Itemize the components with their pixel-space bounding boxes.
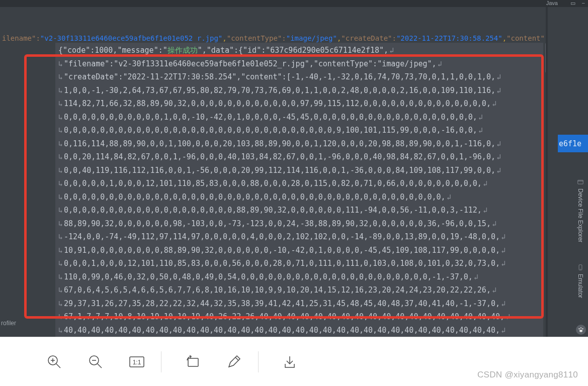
watermark: CSDN @xiyangyang8110 [477, 370, 578, 380]
phone-icon [577, 264, 584, 271]
json-line: 29,37,31,26,27,35,28,22,22,32,44,32,35,3… [58, 297, 538, 311]
json-line: 0,0,0,0,0,1,0,0,0,12,101,110,85,83,0,0,0… [58, 177, 538, 190]
download-button[interactable] [280, 352, 300, 372]
json-line: 110,0,99,0,46,0,32,0,50,0,48,0,49,0,54,0… [58, 270, 538, 284]
rotate-button[interactable] [183, 352, 203, 372]
json-line: -124,0,0,-74,-49,112,97,114,97,0,0,0,0,0… [58, 230, 538, 244]
tab-strip [0, 0, 588, 7]
bc-content-key: "content": [507, 34, 549, 42]
emulator-tab[interactable]: Emulator [576, 264, 585, 298]
bc-filename-val: "v2-30f13311e6460ece59afbe6f1e01e052_r.j… [40, 34, 222, 42]
profiler-tab[interactable]: rofiler [0, 320, 16, 327]
json-line: "filename":"v2-30f13311e6460ece59afbe6f1… [58, 57, 538, 71]
window-controls: ▭ − [565, 0, 585, 7]
bc-ctype-val: "image/jpeg" [286, 34, 337, 42]
json-line: "createDate":"2022-11-22T17:30:58.254","… [58, 70, 538, 84]
json-line: 0,116,114,88,89,90,0,0,1,100,0,0,0,20,10… [58, 137, 538, 151]
edit-button[interactable] [224, 352, 244, 372]
svg-point-6 [579, 330, 582, 332]
zoom-in-icon [47, 354, 62, 369]
json-line: 10,91,0,0,0,0,0,0,0,0,88,89,90,32,0,0,0,… [58, 244, 538, 257]
svg-line-8 [56, 364, 60, 368]
json-line: 0,0,20,114,84,82,67,0,0,1,-96,0,0,0,40,1… [58, 150, 538, 164]
bc-cdate-val: "2022-11-22T17:30:58.254" [396, 34, 502, 42]
paw-icon[interactable] [576, 325, 586, 335]
open-file-tab[interactable]: e6f1e [558, 135, 588, 152]
json-line: 0,0,0,0,0,0,0,0,0,0,0,0,0,0,0,0,0,0,0,0,… [58, 124, 538, 137]
json-line: 0,0,40,119,116,112,116,0,0,1,-56,0,0,0,2… [58, 164, 538, 177]
json-output[interactable]: {"code":1000,"message":"操作成功","data":{"i… [55, 43, 545, 337]
svg-rect-16 [188, 358, 198, 366]
json-line: 67,0,6,4,5,6,5,4,6,6,5,6,7,7,6,8,10,16,1… [58, 283, 538, 297]
bc-filename-key: ilename": [2, 34, 40, 42]
close-icon[interactable]: − [582, 0, 585, 6]
actual-size-icon: 1:1 [128, 354, 145, 369]
download-icon [282, 354, 297, 369]
maximize-icon[interactable]: ▭ [570, 0, 575, 6]
rotate-icon [184, 354, 201, 369]
json-line: 1,0,0,-1,-30,2,64,73,67,67,95,80,82,79,7… [58, 84, 538, 98]
ide-pane: Java ▭ − ilename":"v2-30f13311e6460ece59… [0, 0, 588, 337]
svg-text:1:1: 1:1 [133, 359, 141, 366]
json-line: 88,89,90,32,0,0,0,0,0,0,98,-103,0,0,-73,… [58, 217, 538, 231]
json-line: 40,40,40,40,40,40,40,40,40,40,40,40,40,4… [58, 324, 538, 337]
json-line: 0,0,0,1,0,0,0,12,101,110,85,83,0,0,0,56,… [58, 257, 538, 270]
separator [161, 351, 161, 372]
json-line: 114,82,71,66,32,88,89,90,32,0,0,0,0,0,0,… [58, 97, 538, 111]
app-root: Java ▭ − ilename":"v2-30f13311e6460ece59… [0, 0, 588, 386]
json-line: 0,0,0,0,0,0,0,0,0,0,0,1,0,0,-10,-42,0,1,… [58, 111, 538, 124]
separator [258, 351, 259, 372]
svg-point-4 [580, 327, 581, 328]
svg-point-3 [578, 328, 579, 329]
json-line: 0,0,0,0,0,0,0,0,0,0,0,0,0,0,0,0,0,0,0,88… [58, 204, 538, 217]
image-viewer-toolbar: 1:1 CSDN @xiyangyang8110 [0, 337, 588, 386]
device-file-explorer-tab[interactable]: Device File Explorer [576, 178, 585, 242]
zoom-in-button[interactable] [44, 352, 64, 372]
svg-rect-0 [578, 180, 583, 184]
json-line: 0,0,0,0,0,0,0,0,0,0,0,0,0,0,0,0,0,0,0,0,… [58, 190, 538, 204]
svg-line-12 [98, 364, 102, 368]
actual-size-button[interactable]: 1:1 [127, 352, 147, 372]
bc-cdate-key: "createDate": [341, 34, 396, 42]
svg-line-17 [235, 357, 238, 360]
zoom-out-button[interactable] [86, 352, 106, 372]
svg-point-5 [582, 328, 583, 329]
json-breadcrumb: ilename":"v2-30f13311e6460ece59afbe6f1e0… [0, 34, 588, 42]
pencil-icon [226, 354, 241, 369]
svg-point-2 [580, 269, 580, 269]
zoom-out-icon [88, 354, 103, 369]
bc-ctype-key: "contentType": [227, 34, 286, 42]
json-line: {"code":1000,"message":"操作成功","data":{"i… [58, 44, 538, 57]
json-line: 67,1,7,7,7,10,8,10,19,10,10,19,40,26,22,… [58, 310, 538, 324]
folder-icon [577, 178, 584, 185]
lang-label: Java [546, 0, 558, 6]
